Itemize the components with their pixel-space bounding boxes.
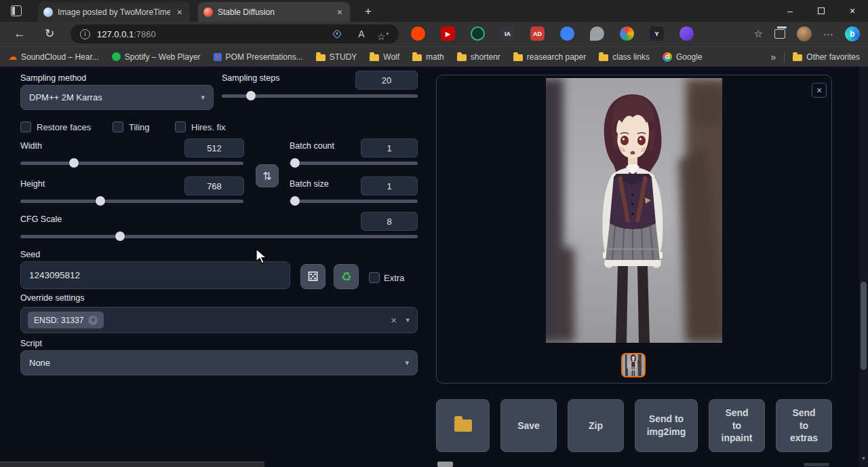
- batch-count-slider[interactable]: [290, 162, 418, 165]
- scrollbar-thumb[interactable]: [861, 282, 867, 370]
- seed-input[interactable]: [20, 261, 290, 289]
- batch-count-input[interactable]: 1: [361, 138, 418, 157]
- height-slider[interactable]: [20, 200, 243, 203]
- slider-handle[interactable]: [115, 231, 125, 241]
- tiling-label: Tiling: [129, 122, 150, 132]
- gallery-thumbnail-selected[interactable]: [621, 353, 646, 377]
- bookmark-spotify[interactable]: Spotify – Web Player: [112, 52, 201, 62]
- send-to-extras-button[interactable]: Send to extras: [776, 399, 832, 452]
- generated-image[interactable]: [546, 78, 722, 343]
- collections-icon[interactable]: [774, 29, 785, 39]
- bookmark-folder-classlinks[interactable]: class links: [599, 52, 650, 62]
- extension-icon[interactable]: [590, 26, 604, 41]
- vertical-scrollbar[interactable]: ▼: [859, 67, 868, 467]
- bookmark-google[interactable]: GGoogle: [663, 52, 703, 62]
- send-to-inpaint-button[interactable]: Send to inpaint: [709, 399, 765, 452]
- zip-button[interactable]: Zip: [568, 399, 624, 452]
- scroll-down-icon[interactable]: ▼: [859, 455, 868, 462]
- sampling-steps-slider[interactable]: [222, 94, 418, 98]
- favorites-bar-icon[interactable]: ☆: [754, 26, 763, 41]
- batch-size-slider[interactable]: [290, 200, 418, 203]
- shopping-tag-icon[interactable]: [332, 29, 342, 39]
- slider-handle[interactable]: [96, 196, 105, 206]
- immersive-reader-icon[interactable]: A: [355, 28, 368, 40]
- close-gallery-button[interactable]: ×: [812, 83, 827, 98]
- horizontal-scrollbar-thumb[interactable]: [437, 462, 453, 467]
- override-settings-input[interactable]: ENSD: 31337 × × ▾: [20, 307, 418, 333]
- extension-icon[interactable]: IA: [500, 26, 515, 41]
- google-icon: G: [663, 52, 672, 62]
- width-input[interactable]: 512: [184, 138, 244, 157]
- clear-all-icon[interactable]: ×: [391, 314, 397, 326]
- extra-seed-checkbox[interactable]: [369, 272, 380, 283]
- sampling-method-dropdown[interactable]: DPM++ 2M Karras ▾: [20, 85, 214, 110]
- sampling-method-value: DPM++ 2M Karras: [29, 92, 201, 102]
- folder-icon: [513, 54, 523, 61]
- profile-avatar[interactable]: [797, 26, 812, 41]
- slider-handle[interactable]: [290, 196, 300, 206]
- cfg-scale-slider[interactable]: [20, 235, 418, 238]
- slider-handle[interactable]: [69, 158, 79, 168]
- bookmark-pom[interactable]: POM Presentations...: [214, 52, 303, 62]
- random-seed-button[interactable]: ⚄: [300, 264, 326, 289]
- extension-icon[interactable]: [411, 26, 425, 41]
- extension-icon[interactable]: AD: [530, 26, 545, 41]
- bookmarks-overflow-icon[interactable]: »: [771, 52, 776, 62]
- tiling-checkbox[interactable]: [113, 122, 123, 132]
- height-input[interactable]: 768: [184, 176, 244, 195]
- batch-size-input[interactable]: 1: [361, 176, 418, 195]
- extension-icon[interactable]: [620, 26, 634, 41]
- tab-actions-icon[interactable]: [11, 5, 22, 16]
- width-label: Width: [20, 141, 42, 151]
- script-value: None: [29, 358, 405, 368]
- hires-fix-checkbox[interactable]: [175, 122, 186, 132]
- open-folder-button[interactable]: [436, 399, 490, 452]
- tab-close-icon[interactable]: ×: [335, 7, 344, 17]
- sampling-steps-input[interactable]: 20: [355, 71, 418, 90]
- save-button[interactable]: Save: [500, 399, 557, 452]
- maximize-icon: [818, 7, 825, 14]
- bookmark-folder-study[interactable]: STUDY: [316, 52, 357, 62]
- new-tab-button[interactable]: +: [360, 4, 376, 19]
- extension-icon[interactable]: ▶: [441, 26, 455, 41]
- extension-icon[interactable]: [679, 26, 694, 41]
- bookmark-folder-shortenr[interactable]: shortenr: [457, 52, 500, 62]
- refresh-button[interactable]: ↻: [42, 26, 57, 41]
- chevron-down-icon: ▾: [201, 93, 205, 102]
- swap-dimensions-button[interactable]: ⇅: [256, 164, 279, 187]
- add-favorite-icon[interactable]: ☆+: [377, 28, 389, 40]
- reuse-seed-button[interactable]: ♻: [334, 264, 359, 289]
- script-dropdown[interactable]: None ▾: [20, 350, 418, 375]
- address-bar[interactable]: i 127.0.0.1:7860 A ☆+: [71, 24, 399, 43]
- send-to-img2img-button[interactable]: Send to img2img: [635, 399, 698, 452]
- extension-icon[interactable]: [471, 26, 485, 41]
- tab-close-icon[interactable]: ×: [175, 7, 184, 17]
- other-favorites-folder[interactable]: Other favorites: [793, 52, 860, 62]
- sampling-method-label: Sampling method: [20, 73, 86, 83]
- cfg-scale-input[interactable]: 8: [361, 212, 418, 231]
- bookmark-soundcloud[interactable]: ☁SoundCloud – Hear...: [8, 52, 99, 62]
- bookmark-folder-math[interactable]: math: [412, 52, 444, 62]
- close-window-button[interactable]: ×: [837, 0, 868, 22]
- bookmark-folder-research[interactable]: reasearch paper: [513, 52, 586, 62]
- more-menu-icon[interactable]: ···: [823, 26, 833, 41]
- extension-icon[interactable]: Y: [650, 26, 664, 41]
- site-info-icon[interactable]: i: [80, 29, 90, 39]
- bookmark-folder-wolf[interactable]: Wolf: [370, 52, 399, 62]
- width-slider[interactable]: [20, 162, 243, 165]
- slider-handle[interactable]: [246, 91, 256, 100]
- remove-tag-icon[interactable]: ×: [88, 316, 98, 325]
- restore-faces-checkbox[interactable]: [20, 122, 31, 132]
- anime-girl-image: [546, 78, 722, 343]
- maximize-button[interactable]: [806, 0, 837, 22]
- back-button[interactable]: ←: [12, 26, 27, 41]
- chevron-down-icon[interactable]: ▾: [406, 316, 410, 324]
- minimize-button[interactable]: –: [774, 0, 806, 22]
- bing-copilot-icon[interactable]: b: [845, 26, 860, 41]
- slider-handle[interactable]: [290, 158, 300, 168]
- tab-image-post[interactable]: Image posted by TwoMoreTimes ×: [38, 2, 190, 22]
- horizontal-scrollbar[interactable]: [0, 462, 264, 467]
- bookmark-label: class links: [612, 52, 650, 62]
- extension-icon[interactable]: [560, 26, 574, 41]
- tab-stable-diffusion[interactable]: Stable Diffusion ×: [198, 2, 350, 22]
